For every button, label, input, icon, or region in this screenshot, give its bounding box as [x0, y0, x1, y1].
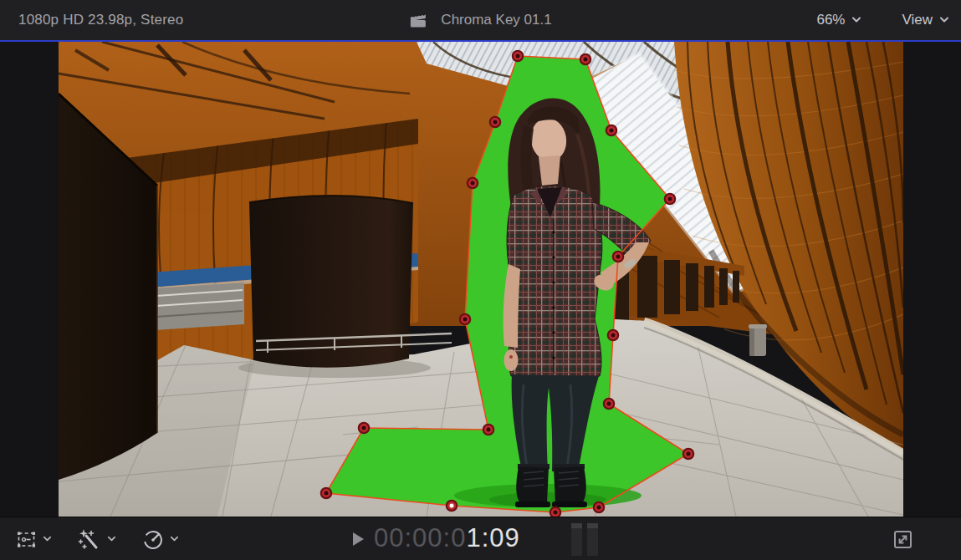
mask-control-point-center: [611, 333, 616, 338]
mask-control-point-center: [487, 428, 491, 432]
mask-control-point-center: [463, 318, 468, 322]
viewer-top-bar: 1080p HD 23.98p, Stereo Chroma Key 01.1 …: [0, 0, 961, 40]
chevron-down-icon[interactable]: [939, 17, 949, 23]
clip-title-group: Chroma Key 01.1: [409, 0, 551, 40]
mask-control-point-center: [493, 120, 498, 125]
center-cylinder-pillar: [249, 196, 413, 368]
chevron-down-icon: [107, 536, 116, 542]
view-menu[interactable]: View: [902, 12, 933, 28]
mask-control-point-center: [610, 129, 614, 133]
zoom-level-menu[interactable]: 66%: [816, 12, 845, 28]
overlay-tools: [15, 517, 179, 560]
format-info: 1080p HD 23.98p, Stereo: [18, 0, 183, 40]
transform-tool-menu[interactable]: [15, 528, 52, 551]
mask-control-point-center: [668, 197, 672, 201]
viewer-menus: 66% View: [816, 0, 949, 40]
mask-control-point-center: [597, 506, 601, 510]
effects-wand-icon: [77, 528, 102, 551]
viewer-area: [0, 42, 961, 517]
mask-control-point-center: [516, 54, 520, 59]
effects-menu[interactable]: [77, 528, 116, 551]
clip-title: Chroma Key 01.1: [441, 12, 551, 28]
mask-control-point-center: [471, 181, 475, 186]
chevron-down-icon[interactable]: [851, 17, 861, 23]
audio-meter-left: [571, 523, 582, 556]
timecode-bright-digits: 1:09: [466, 522, 519, 552]
fcp-viewer-window: { "header": { "format_info": "1080p HD 2…: [0, 0, 961, 560]
timecode-display[interactable]: 00:00:01:09: [374, 522, 520, 552]
play-icon[interactable]: [352, 532, 365, 547]
audio-meter-right: [587, 523, 598, 556]
transform-tool-icon: [15, 528, 38, 551]
composite-video-frame: [59, 42, 903, 517]
mask-control-point-center: [362, 426, 366, 430]
timecode-dim-digits: 00:00:0: [374, 522, 466, 552]
chevron-down-icon: [170, 536, 179, 542]
mask-control-point-center: [607, 402, 611, 406]
mask-control-point-center: [554, 511, 558, 515]
chevron-down-icon: [43, 536, 52, 542]
mask-control-point-center: [450, 504, 454, 508]
mask-control-point-center: [325, 491, 329, 496]
trash-can: [749, 324, 767, 356]
mask-control-point-center: [687, 452, 691, 456]
clapperboard-icon: [409, 13, 426, 28]
viewer-bottom-bar: 00:00:01:09: [0, 517, 961, 560]
mask-control-point-center: [616, 255, 621, 259]
retime-menu[interactable]: [141, 527, 179, 551]
mask-control-point-center: [584, 58, 588, 62]
expand-fullscreen-icon[interactable]: [892, 528, 914, 551]
retime-icon: [141, 527, 165, 551]
audio-meters-icon[interactable]: [571, 523, 598, 556]
